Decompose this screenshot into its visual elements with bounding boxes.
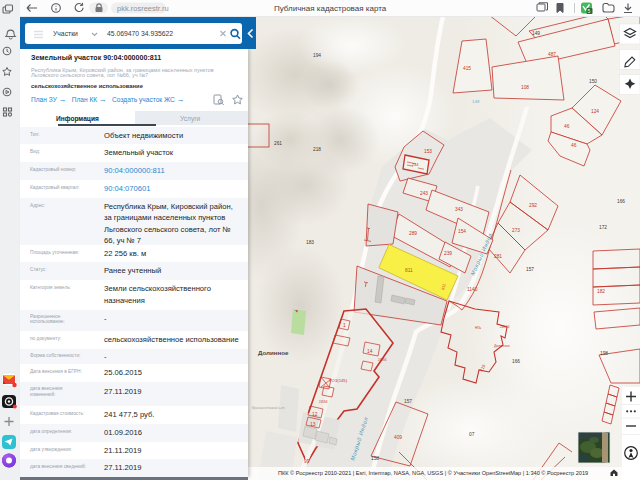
svg-text:166: 166 bbox=[617, 199, 625, 204]
svg-text:Долинная: Долинная bbox=[494, 344, 510, 348]
svg-text:Долинное: Долинное bbox=[258, 349, 289, 356]
svg-text:07: 07 bbox=[469, 432, 475, 437]
svg-text:157: 157 bbox=[404, 399, 412, 404]
svg-text:409: 409 bbox=[394, 435, 402, 440]
svg-text:1140: 1140 bbox=[467, 287, 478, 292]
svg-text:14: 14 bbox=[367, 349, 373, 354]
svg-text:148: 148 bbox=[472, 99, 480, 104]
svg-text:46: 46 bbox=[564, 124, 570, 129]
svg-text:218: 218 bbox=[313, 147, 321, 152]
svg-text:239: 239 bbox=[444, 251, 452, 256]
svg-text:281: 281 bbox=[494, 254, 502, 259]
svg-text:ПКК © Росреестр 2010-2021 | Es: ПКК © Росреестр 2010-2021 | Esri, Interm… bbox=[278, 470, 588, 476]
svg-text:811: 811 bbox=[405, 268, 413, 273]
svg-text:108: 108 bbox=[521, 85, 529, 90]
svg-text:243: 243 bbox=[420, 191, 428, 196]
svg-text:150: 150 bbox=[589, 79, 597, 84]
svg-text:99: 99 bbox=[304, 459, 310, 464]
svg-text:12: 12 bbox=[312, 412, 318, 417]
svg-text:24594: 24594 bbox=[319, 400, 328, 404]
svg-text:149: 149 bbox=[532, 31, 540, 36]
svg-text:УОЗ(145): УОЗ(145) bbox=[329, 378, 348, 383]
svg-text:234: 234 bbox=[412, 163, 418, 167]
svg-text:289: 289 bbox=[409, 231, 417, 236]
svg-text:Публичная кадастровая карта: Публичная кадастровая карта bbox=[274, 4, 387, 13]
svg-text:273: 273 bbox=[512, 228, 520, 233]
svg-text:343: 343 bbox=[455, 207, 463, 212]
svg-text:124: 124 bbox=[591, 109, 599, 114]
svg-text:153: 153 bbox=[424, 149, 432, 154]
svg-text:154: 154 bbox=[458, 229, 466, 234]
svg-text:183: 183 bbox=[306, 240, 314, 245]
svg-text:НПа: НПа bbox=[475, 326, 481, 330]
svg-text:157: 157 bbox=[526, 267, 534, 272]
svg-text:45.069470 34.935622: 45.069470 34.935622 bbox=[107, 30, 173, 37]
svg-text:166: 166 bbox=[512, 359, 520, 364]
svg-text:487: 487 bbox=[548, 52, 556, 57]
svg-text:5: 5 bbox=[588, 8, 591, 14]
svg-text:24594: 24594 bbox=[378, 358, 387, 362]
svg-text:172: 172 bbox=[599, 225, 607, 230]
svg-text:198: 198 bbox=[600, 351, 608, 356]
svg-text:Криничненский с-т: Криничненский с-т bbox=[252, 406, 284, 410]
svg-text:415: 415 bbox=[463, 66, 471, 71]
svg-text:46: 46 bbox=[571, 143, 577, 148]
svg-text:13: 13 bbox=[310, 422, 316, 427]
svg-text:158: 158 bbox=[371, 456, 379, 461]
svg-text:1: 1 bbox=[343, 323, 346, 328]
svg-text:261: 261 bbox=[274, 141, 282, 146]
svg-text:292: 292 bbox=[529, 203, 537, 208]
svg-text:249-14: 249-14 bbox=[500, 325, 510, 329]
svg-text:pkk.rosreestr.ru: pkk.rosreestr.ru bbox=[117, 4, 169, 13]
svg-text:194: 194 bbox=[313, 53, 321, 58]
svg-text:182: 182 bbox=[597, 289, 605, 294]
svg-text:Участки: Участки bbox=[53, 30, 78, 37]
